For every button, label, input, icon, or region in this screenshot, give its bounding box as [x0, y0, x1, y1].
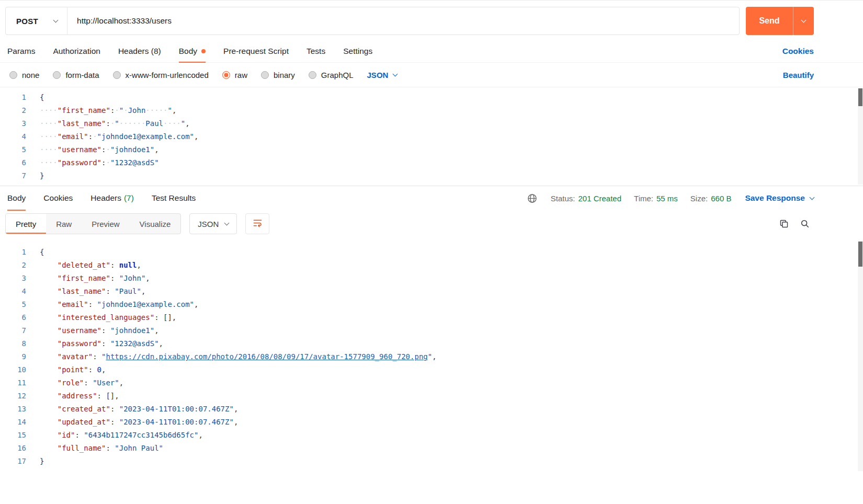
method-select[interactable]: POST: [6, 7, 67, 35]
tab-authorization[interactable]: Authorization: [53, 40, 100, 62]
code-content: {: [26, 246, 44, 259]
send-options-button[interactable]: [793, 7, 814, 35]
tab-headers[interactable]: Headers (8): [118, 40, 161, 62]
time-group: Time: 55 ms: [634, 194, 678, 203]
body-type-label: GraphQL: [321, 71, 354, 79]
response-tab-body[interactable]: Body: [7, 186, 26, 210]
line-number: 4: [0, 285, 26, 298]
code-content: ····"email":·"johndoe1@example.com",: [26, 130, 198, 143]
body-type-x-www-form-urlencoded[interactable]: x-www-form-urlencoded: [113, 71, 209, 79]
response-language-select[interactable]: JSON: [189, 213, 237, 234]
code-content: "address": [],: [26, 390, 119, 403]
status-value: 201 Created: [578, 194, 621, 203]
code-line: 5 "email": "johndoe1@example.com",: [0, 298, 863, 311]
line-number: 14: [0, 416, 26, 429]
radio-icon: [309, 71, 316, 79]
body-type-form-data[interactable]: form-data: [53, 71, 99, 79]
send-button[interactable]: Send: [746, 7, 793, 35]
line-number: 7: [0, 324, 26, 337]
response-toolbar: Pretty Raw Preview Visualize JSON: [0, 210, 863, 239]
tab-settings[interactable]: Settings: [343, 40, 372, 62]
body-type-label: raw: [235, 71, 247, 79]
save-response-label: Save Response: [745, 193, 805, 203]
code-line: 9 "avatar": "https://cdn.pixabay.com/pho…: [0, 350, 863, 363]
code-content: "deleted_at": null,: [26, 259, 141, 272]
url-input[interactable]: [67, 16, 739, 26]
code-line: 5····"username":·"johndoe1",: [0, 143, 863, 156]
body-type-label: form-data: [65, 71, 99, 79]
response-editor-scrollbar: [858, 240, 863, 471]
line-number: 11: [0, 376, 26, 390]
line-number: 4: [0, 130, 26, 143]
code-content: "username": "johndoe1",: [26, 324, 159, 337]
line-number: 6: [0, 311, 26, 324]
response-body-viewer[interactable]: 1{2 "deleted_at": null,3 "first_name": "…: [0, 239, 863, 472]
code-content: ····"username":·"johndoe1",: [26, 143, 159, 156]
radio-icon: [9, 71, 17, 79]
url-bar: POST Send: [0, 1, 863, 40]
view-tab-preview[interactable]: Preview: [82, 214, 129, 234]
body-type-graphql[interactable]: GraphQL: [309, 71, 354, 79]
body-type-binary[interactable]: binary: [261, 71, 295, 79]
response-tabs: Body Cookies Headers (7) Test Results: [7, 186, 213, 210]
line-number: 9: [0, 350, 26, 363]
code-content: ····"first_name":·"·John·····",: [26, 104, 176, 117]
code-line: 10 "point": 0,: [0, 363, 863, 376]
save-response-button[interactable]: Save Response: [745, 193, 814, 203]
code-line: 8 "password": "1232@asdS",: [0, 337, 863, 350]
response-tab-headers-label: Headers: [90, 193, 121, 203]
tab-body[interactable]: Body: [179, 40, 206, 62]
tab-params[interactable]: Params: [7, 40, 35, 62]
response-tab-headers[interactable]: Headers (7): [90, 186, 134, 210]
size-group: Size: 660 B: [690, 194, 732, 203]
line-number: 10: [0, 363, 26, 376]
request-builder-page: POST Send Params Authorization Headers (…: [0, 1, 863, 472]
response-tab-test-results[interactable]: Test Results: [152, 186, 196, 210]
code-line: 15 "id": "6434b117247cc3145b6d65fc",: [0, 429, 863, 442]
copy-icon[interactable]: [778, 218, 790, 230]
url-link[interactable]: https://cdn.pixabay.com/photo/2016/08/08…: [106, 352, 427, 361]
line-number: 6: [0, 156, 26, 169]
radio-icon: [261, 71, 269, 79]
tab-pre-request-script[interactable]: Pre-request Script: [223, 40, 289, 62]
code-line: 14 "updated_at": "2023-04-11T01:00:07.46…: [0, 416, 863, 429]
view-tab-visualize[interactable]: Visualize: [130, 214, 181, 234]
radio-icon: [113, 71, 121, 79]
response-tab-cookies[interactable]: Cookies: [43, 186, 73, 210]
chevron-down-icon: [801, 17, 807, 22]
request-body-editor[interactable]: 1{2····"first_name":·"·John·····",3····"…: [0, 87, 863, 186]
response-meta: Status: 201 Created Time: 55 ms Size: 66…: [526, 192, 814, 204]
response-tool-icons: [778, 218, 811, 230]
body-type-none[interactable]: none: [9, 71, 39, 79]
code-content: {: [26, 91, 44, 104]
beautify-link[interactable]: Beautify: [783, 71, 814, 79]
view-tab-pretty[interactable]: Pretty: [6, 214, 46, 234]
code-content: "first_name": "John",: [26, 272, 150, 285]
response-language-label: JSON: [198, 220, 219, 228]
globe-icon[interactable]: [526, 192, 538, 204]
code-content: "interested_languages": [],: [26, 311, 176, 324]
code-line: 4 "last_name": "Paul",: [0, 285, 863, 298]
code-content: }: [26, 169, 44, 182]
code-line: 3 "first_name": "John",: [0, 272, 863, 285]
cookies-link[interactable]: Cookies: [782, 47, 814, 56]
view-tab-raw[interactable]: Raw: [46, 214, 82, 234]
line-number: 8: [0, 337, 26, 350]
code-line: 17}: [0, 455, 863, 468]
search-icon[interactable]: [799, 218, 811, 230]
body-type-raw[interactable]: raw: [222, 71, 247, 79]
line-number: 3: [0, 272, 26, 285]
line-number: 17: [0, 455, 26, 468]
request-editor-scrollbar-thumb[interactable]: [858, 88, 862, 106]
wrap-text-button[interactable]: [245, 213, 269, 234]
time-label: Time:: [634, 194, 653, 203]
code-line: 4····"email":·"johndoe1@example.com",: [0, 130, 863, 143]
time-value: 55 ms: [656, 194, 678, 203]
tab-tests[interactable]: Tests: [306, 40, 325, 62]
request-language-select[interactable]: JSON: [367, 71, 398, 79]
response-code: 1{2 "deleted_at": null,3 "first_name": "…: [0, 246, 863, 468]
response-editor-scrollbar-thumb[interactable]: [858, 242, 862, 267]
chevron-down-icon: [810, 194, 815, 200]
request-tabs: Params Authorization Headers (8) Body Pr…: [0, 40, 863, 63]
code-content: "role": "User",: [26, 376, 123, 390]
